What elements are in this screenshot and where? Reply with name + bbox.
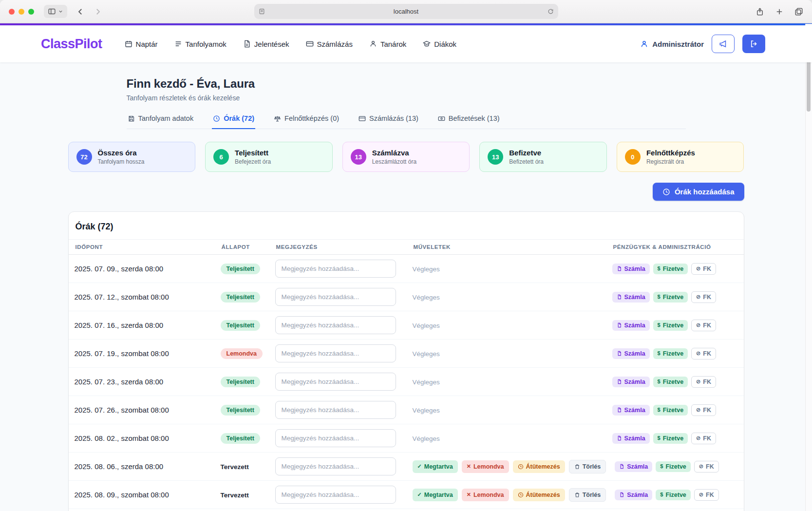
forward-button[interactable] [94,7,102,16]
circle-slash-icon: ⊘ [696,435,700,441]
table-row: 2025. 07. 26., szombat 08:00 Teljesített… [69,396,744,424]
fizetve-badge[interactable]: $Fizetve [656,461,691,472]
atutemezes-button[interactable]: Átütemezés [513,460,565,473]
note-input[interactable] [275,288,396,306]
szamla-badge[interactable]: Számla [612,292,650,303]
stat-value-badge: 0 [625,149,641,165]
window-controls [9,9,34,15]
reload-icon[interactable] [548,8,554,15]
megtartva-button[interactable]: ✓Megtartva [413,489,458,501]
fizetve-badge[interactable]: $Fizetve [653,320,688,331]
fk-badge[interactable]: ⊘FK [691,291,716,303]
logout-button[interactable] [742,35,765,53]
finance-cell: Számla $Fizetve ⊘FK [606,286,744,308]
fk-badge[interactable]: ⊘FK [694,489,719,501]
tab-bar: Tanfolyam adatok Órák (72) Felnőttképzés… [127,114,686,129]
status-badge: Teljesített [221,264,260,274]
final-label: Végleges [413,379,440,386]
nav-item-diakok[interactable]: Diákok [423,40,456,48]
fk-badge[interactable]: ⊘FK [691,433,716,444]
szamla-badge[interactable]: Számla [612,320,650,331]
atutemezes-button[interactable]: Átütemezés [513,489,565,501]
tab-overview-button[interactable] [794,7,803,16]
szamla-badge[interactable]: Számla [615,490,652,500]
announcements-button[interactable] [712,35,735,53]
note-input[interactable] [275,429,396,447]
clock-icon [518,492,524,498]
szamla-badge[interactable]: Számla [612,433,650,444]
app-header: ClassPilot Naptár Tanfolyamok Jelentések… [0,25,812,62]
fk-badge[interactable]: ⊘FK [691,320,716,331]
trash-icon [574,492,580,498]
app-logo[interactable]: ClassPilot [41,37,102,52]
fk-badge[interactable]: ⊘FK [694,461,719,473]
finance-cell: Számla $Fizetve ⊘FK [606,343,744,364]
fizetve-badge[interactable]: $Fizetve [653,348,688,359]
lemondva-button[interactable]: ✕Lemondva [462,460,509,473]
add-lessons-button[interactable]: Órák hozzáadása [653,183,744,201]
szamla-badge[interactable]: Számla [612,264,650,274]
table-row: 2025. 08. 06., szerda 08:00 Tervezett Vé… [69,453,744,481]
fizetve-badge[interactable]: $Fizetve [653,264,688,274]
szamla-badge[interactable]: Számla [615,461,652,472]
nav-item-tanfolyamok[interactable]: Tanfolyamok [174,40,227,48]
fk-badge[interactable]: ⊘FK [691,263,716,275]
note-input[interactable] [275,260,396,278]
clock-icon [518,464,524,470]
lesson-date: 2025. 07. 26., szombat 08:00 [69,401,215,419]
fk-badge[interactable]: ⊘FK [691,404,716,416]
new-tab-button[interactable] [775,7,784,16]
scale-icon [274,115,281,122]
fizetve-badge[interactable]: $Fizetve [653,405,688,416]
chevron-down-icon [58,9,63,14]
megtartva-button[interactable]: ✓Megtartva [413,460,458,473]
fizetve-badge[interactable]: $Fizetve [656,490,691,500]
note-input[interactable] [275,344,396,362]
nav-item-jelentesek[interactable]: Jelentések [243,40,289,48]
address-bar[interactable]: localhost [254,4,558,19]
back-button[interactable] [76,7,85,16]
tab-befizetesek[interactable]: Befizetések (13) [437,114,501,129]
torles-button[interactable]: Törlés [569,488,606,502]
szamla-badge[interactable]: Számla [612,377,650,387]
note-input[interactable] [275,486,396,504]
zoom-window-button[interactable] [28,9,34,15]
circle-slash-icon: ⊘ [699,492,703,497]
final-label: Végleges [413,322,440,329]
fk-badge[interactable]: ⊘FK [691,348,716,360]
close-window-button[interactable] [9,9,15,15]
fizetve-badge[interactable]: $Fizetve [653,292,688,303]
page-icon [259,8,265,15]
note-input[interactable] [275,316,396,334]
fizetve-badge[interactable]: $Fizetve [653,433,688,444]
list-icon [174,40,182,48]
invoice-icon [619,464,624,469]
note-input[interactable] [275,373,396,391]
nav-item-szamlazas[interactable]: Számlázás [306,40,353,48]
status-badge: Teljesített [221,320,260,331]
tab-felnottkepzes[interactable]: Felnőttképzés (0) [273,114,340,129]
tab-szamlazas[interactable]: Számlázás (13) [358,114,419,129]
share-button[interactable] [755,7,764,16]
final-label: Végleges [413,265,440,273]
fk-badge[interactable]: ⊘FK [691,376,716,388]
sidebar-toggle-button[interactable] [44,5,67,18]
note-input[interactable] [275,401,396,419]
scrollbar-track[interactable] [805,24,812,511]
szamla-badge[interactable]: Számla [612,405,650,416]
main-nav: Naptár Tanfolyamok Jelentések Számlázás … [125,40,457,48]
szamla-badge[interactable]: Számla [612,348,650,359]
tab-orak[interactable]: Órák (72) [212,114,255,129]
invoice-icon [619,492,624,497]
tab-tanfolyam-adatok[interactable]: Tanfolyam adatok [127,114,195,129]
table-header-row: Időpont Állapot Megjegyzés Műveletek Pén… [69,239,744,255]
torles-button[interactable]: Törlés [569,460,606,473]
nav-item-tanarok[interactable]: Tanárok [369,40,406,48]
clock-icon [662,188,670,196]
minimize-window-button[interactable] [19,9,24,15]
nav-item-naptar[interactable]: Naptár [125,40,158,48]
stat-value-badge: 72 [76,149,92,165]
fizetve-badge[interactable]: $Fizetve [653,377,688,387]
note-input[interactable] [275,457,396,475]
lemondva-button[interactable]: ✕Lemondva [462,489,509,501]
